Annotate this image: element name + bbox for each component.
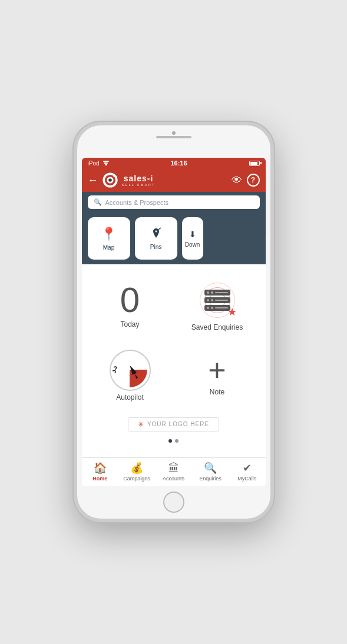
app-header: ← sales-i SELL SMART 👁 ? <box>82 168 266 192</box>
home-button[interactable] <box>163 492 184 513</box>
today-label: Today <box>120 320 139 328</box>
pins-icon <box>149 227 163 241</box>
pagination-dots <box>88 438 260 452</box>
logo-placeholder-text: YOUR LOGO HERE <box>147 421 209 427</box>
note-widget[interactable]: + Note <box>175 340 260 408</box>
eye-icon[interactable]: 👁 <box>232 174 242 187</box>
saved-enquiries-widget[interactable]: ★ Saved Enquiries <box>175 270 260 338</box>
logo-text-container: sales-i SELL SMART <box>122 174 156 187</box>
main-content-grid: 0 Today ★ <box>82 264 266 457</box>
home-nav-label: Home <box>92 476 107 482</box>
search-placeholder: Accounts & Prospects <box>105 199 169 206</box>
logo-placeholder: ✳ YOUR LOGO HERE <box>128 417 219 431</box>
plus-icon: + <box>208 355 226 386</box>
status-bar: iPod 16:16 <box>82 158 266 168</box>
accounts-nav-label: Accounts <box>163 476 184 482</box>
enquiries-nav-label: Enquiries <box>199 476 222 482</box>
enquiries-nav-icon: 🔍 <box>204 462 217 474</box>
phone-device: iPod 16:16 ← <box>74 122 274 522</box>
map-icon: 📍 <box>101 227 117 242</box>
download-label: Down <box>185 241 200 248</box>
home-nav-icon: 🏠 <box>94 462 107 474</box>
download-button-partial[interactable]: ⬇ Down <box>182 217 203 260</box>
today-count: 0 <box>120 283 140 318</box>
svg-line-4 <box>158 228 161 230</box>
search-input-wrapper[interactable]: 🔍 Accounts & Prospects <box>88 195 260 209</box>
saved-enquiries-icon-container: ★ <box>197 280 238 321</box>
header-icons: 👁 ? <box>232 174 260 187</box>
sales-i-logo-icon <box>102 172 118 188</box>
brand-tagline: SELL SMART <box>122 183 156 187</box>
svg-point-3 <box>108 178 112 182</box>
autopilot-icon <box>110 350 151 391</box>
pins-button[interactable]: Pins <box>135 217 177 260</box>
autopilot-widget[interactable]: Autopilot <box>88 340 173 408</box>
today-widget[interactable]: 0 Today <box>88 270 173 338</box>
mycalls-nav-label: MyCalls <box>237 476 256 482</box>
search-bar-container: 🔍 Accounts & Prospects <box>82 192 266 213</box>
header-left: ← sales-i SELL SMART <box>88 172 156 188</box>
star-icon: ★ <box>227 306 237 318</box>
nav-accounts[interactable]: 🏛 Accounts <box>155 460 191 483</box>
device-name: iPod <box>88 160 100 167</box>
pins-label: Pins <box>150 244 161 250</box>
nav-campaigns[interactable]: 💰 Campaigns <box>118 460 155 483</box>
wifi-icon <box>103 161 109 165</box>
campaigns-nav-label: Campaigns <box>123 476 150 482</box>
map-label: Map <box>103 244 114 251</box>
status-left: iPod <box>88 160 109 167</box>
scroll-right-chevron[interactable]: ❮ <box>263 231 266 246</box>
phone-speaker <box>172 131 176 135</box>
dot-1 <box>168 439 172 443</box>
autopilot-svg <box>111 351 149 389</box>
logo-placeholder-row: ✳ YOUR LOGO HERE <box>88 410 260 436</box>
status-right <box>249 161 260 166</box>
map-button[interactable]: 📍 Map <box>88 217 130 260</box>
search-icon: 🔍 <box>94 198 102 206</box>
saved-enquiries-label: Saved Enquiries <box>191 323 243 331</box>
status-time: 16:16 <box>170 160 187 167</box>
note-label: Note <box>210 388 224 396</box>
database-icon <box>204 290 230 311</box>
nav-enquiries[interactable]: 🔍 Enquiries <box>192 460 229 483</box>
mycalls-nav-icon: ✔ <box>243 462 252 474</box>
dot-2 <box>175 439 179 443</box>
nav-home[interactable]: 🏠 Home <box>82 460 118 483</box>
campaigns-nav-icon: 💰 <box>130 462 143 474</box>
autopilot-label: Autopilot <box>116 393 144 401</box>
download-icon: ⬇ <box>189 230 196 239</box>
back-button[interactable]: ← <box>88 174 98 187</box>
battery-icon <box>249 161 260 166</box>
nav-mycalls[interactable]: ✔ MyCalls <box>229 460 265 483</box>
quick-actions-row: 📍 Map Pins ⬇ Down ❮ <box>82 213 266 264</box>
bottom-nav: 🏠 Home 💰 Campaigns 🏛 Accounts 🔍 Enquirie… <box>82 457 266 486</box>
phone-screen: iPod 16:16 ← <box>82 158 266 486</box>
brand-name: sales-i <box>124 174 154 183</box>
accounts-nav-icon: 🏛 <box>168 462 179 474</box>
help-button[interactable]: ? <box>247 174 260 187</box>
logo-placeholder-icon: ✳ <box>138 420 144 429</box>
